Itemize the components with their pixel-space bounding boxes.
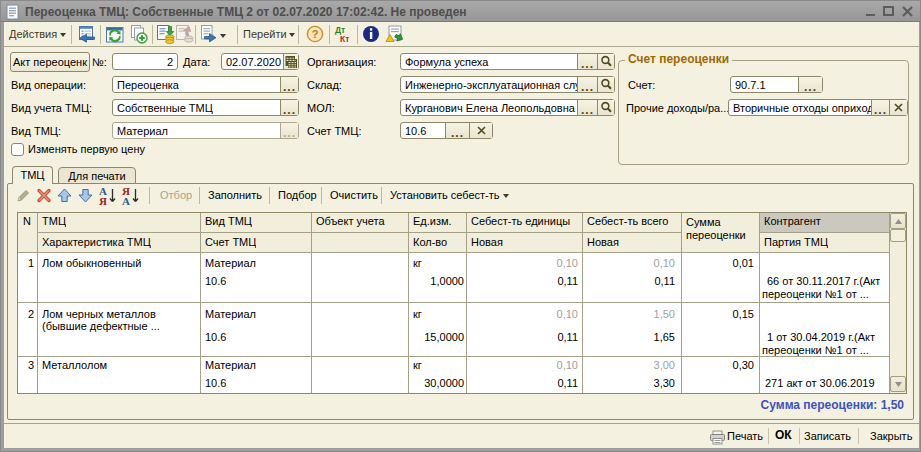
svg-text:Кт: Кт [340,34,349,44]
svg-text:?: ? [312,28,319,40]
svg-text:А: А [122,195,130,206]
svg-text:Я: Я [99,195,107,206]
